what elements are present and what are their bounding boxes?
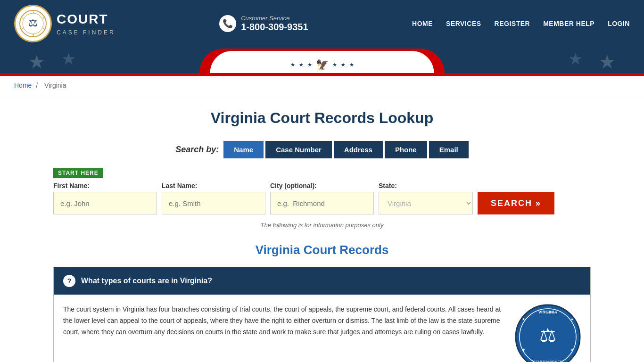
last-name-label: Last Name: [162, 182, 265, 189]
star-right-1: ★ [332, 62, 337, 68]
first-name-label: First Name: [53, 182, 157, 189]
svg-text:⚖: ⚖ [28, 17, 38, 29]
logo-text: COURT CASE FINDER [57, 12, 116, 36]
cs-info: Customer Service 1-800-309-9351 [241, 15, 308, 33]
star-deco-2: ★ [61, 49, 76, 68]
nav-home[interactable]: HOME [412, 20, 433, 27]
city-label: City (optional): [270, 182, 374, 189]
main-nav: HOME SERVICES REGISTER MEMBER HELP LOGIN [412, 20, 630, 27]
search-fields: First Name: Last Name: City (optional): … [53, 182, 591, 214]
logo-area: ★ ★ ★ ★ ★ ★ ⚖ COURT CASE FINDER [14, 5, 116, 42]
faq-body: The court system in Virginia has four br… [54, 295, 590, 362]
star-left-1: ★ [290, 62, 295, 68]
svg-text:★: ★ [522, 348, 525, 352]
star-right-2: ★ [341, 62, 346, 68]
breadcrumb-home[interactable]: Home [14, 82, 32, 89]
cs-number: 1-800-309-9351 [241, 22, 308, 33]
virginia-seal: VIRGINIA COMMONWEALTH ★ ★ ★ ★ ⚖ [515, 304, 581, 362]
search-tabs: Name Case Number Address Phone Email [223, 141, 468, 158]
eagle-symbol: 🦅 [316, 59, 329, 71]
breadcrumb-current: Virginia [44, 82, 66, 89]
svg-text:★: ★ [32, 33, 34, 36]
tab-case-number[interactable]: Case Number [265, 141, 332, 158]
phone-icon: 📞 [219, 15, 236, 32]
main-content: Virginia Court Records Lookup Search by:… [39, 95, 605, 362]
star-deco-1: ★ [28, 51, 45, 73]
star-left-2: ★ [299, 62, 304, 68]
star-deco-4: ★ [599, 51, 616, 73]
customer-service: 📞 Customer Service 1-800-309-9351 [219, 15, 308, 33]
tab-email[interactable]: Email [429, 141, 469, 158]
state-label: State: [379, 182, 473, 189]
white-arch: ★ ★ ★ 🦅 ★ ★ ★ [210, 51, 434, 73]
svg-text:★: ★ [32, 11, 34, 14]
star-deco-3: ★ [568, 49, 583, 68]
eagle-stars-row: ★ ★ ★ 🦅 ★ ★ ★ [290, 59, 354, 71]
first-name-input[interactable] [53, 192, 157, 214]
breadcrumb-separator: / [36, 82, 38, 89]
disclaimer: The following is for information purpose… [53, 222, 591, 229]
start-here-badge: START HERE [53, 168, 591, 182]
banner-area: ★ ★ ★ ★ ★ ★ ★ 🦅 ★ ★ ★ [0, 47, 644, 73]
state-field-group: State: Virginia Alabama Alaska Arizona C… [379, 182, 473, 214]
search-form-area: START HERE First Name: Last Name: City (… [53, 168, 591, 214]
logo-court: COURT [57, 12, 116, 27]
tab-phone[interactable]: Phone [385, 141, 427, 158]
page-title: Virginia Court Records Lookup [53, 109, 591, 127]
site-header: ★ ★ ★ ★ ★ ★ ⚖ COURT CASE FINDER 📞 Custom… [0, 0, 644, 47]
svg-text:★: ★ [570, 317, 574, 321]
last-name-field-group: Last Name: [162, 182, 265, 214]
svg-text:⚖: ⚖ [539, 325, 556, 346]
search-by-label: Search by: [175, 145, 219, 155]
nav-member-help[interactable]: MEMBER HELP [543, 20, 594, 27]
last-name-input[interactable] [162, 192, 265, 214]
city-input[interactable] [270, 192, 374, 214]
search-by-row: Search by: Name Case Number Address Phon… [53, 141, 591, 158]
faq-icon: ? [63, 275, 75, 287]
breadcrumb: Home / Virginia [0, 76, 644, 95]
nav-login[interactable]: LOGIN [608, 20, 630, 27]
star-right-3: ★ [349, 62, 354, 68]
svg-text:★: ★ [522, 317, 525, 321]
svg-text:VIRGINIA: VIRGINIA [538, 310, 558, 314]
faq-header[interactable]: ? What types of courts are in Virginia? [54, 267, 590, 295]
nav-services[interactable]: SERVICES [446, 20, 481, 27]
city-field-group: City (optional): [270, 182, 374, 214]
cs-label: Customer Service [241, 15, 308, 22]
tab-address[interactable]: Address [334, 141, 383, 158]
svg-text:★: ★ [570, 348, 574, 352]
section-title: Virginia Court Records [53, 243, 591, 257]
first-name-field-group: First Name: [53, 182, 157, 214]
faq-item: ? What types of courts are in Virginia? … [53, 267, 591, 362]
faq-question: What types of courts are in Virginia? [81, 277, 212, 285]
logo-circle: ★ ★ ★ ★ ★ ★ ⚖ [14, 5, 52, 42]
star-left-3: ★ [307, 62, 312, 68]
tab-name[interactable]: Name [223, 141, 264, 158]
logo-case-finder: CASE FINDER [57, 28, 116, 36]
state-select[interactable]: Virginia Alabama Alaska Arizona Californ… [379, 192, 473, 214]
svg-text:COMMONWEALTH: COMMONWEALTH [533, 360, 562, 362]
nav-register[interactable]: REGISTER [495, 20, 530, 27]
search-button[interactable]: SEARCH » [478, 192, 554, 214]
faq-text: The court system in Virginia has four br… [63, 304, 505, 337]
